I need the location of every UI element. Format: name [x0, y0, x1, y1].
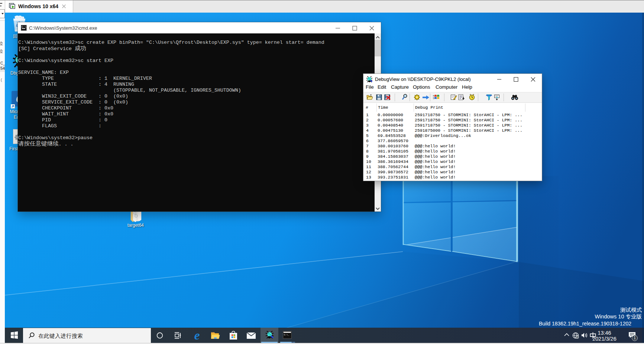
svg-text:C:\_: C:\_	[284, 334, 289, 336]
